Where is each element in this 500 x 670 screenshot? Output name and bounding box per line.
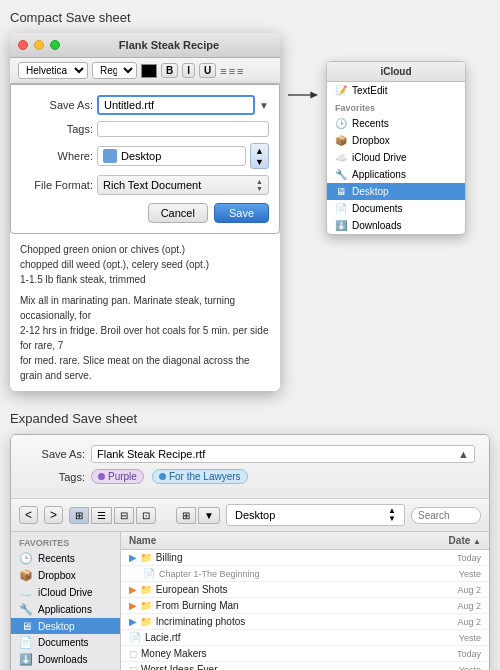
format-container[interactable]: Rich Text Document ▲ ▼ [97, 175, 269, 195]
col-date-header: Date ▲ [421, 535, 481, 546]
exp-saveas-row: Save As: Flank Steak Recipe.rtf ▲ [25, 445, 475, 463]
downloads-icon: ⬇️ [335, 220, 347, 231]
where-value: Desktop [121, 150, 240, 162]
list-view-button[interactable]: ☰ [91, 507, 112, 524]
icloud-applications[interactable]: 🔧 Applications [327, 166, 465, 183]
sidebar-panel: Favorites 🕒 Recents 📦 Dropbox ☁️ iCloud … [11, 532, 121, 670]
doc-line-1: Chopped green onion or chives (opt.) [20, 242, 270, 257]
billing-folder-icon: ▶ 📁 [129, 552, 152, 563]
cancel-button[interactable]: Cancel [148, 203, 208, 223]
icloud-downloads[interactable]: ⬇️ Downloads [327, 217, 465, 234]
billing-date: Today [421, 553, 481, 563]
column-view-button[interactable]: ⊟ [114, 507, 134, 524]
sidebar-item-downloads[interactable]: ⬇️ Downloads [11, 651, 120, 668]
european-name: European Shots [156, 584, 421, 595]
align-right-icon[interactable]: ≡ [237, 65, 243, 77]
back-button[interactable]: < [19, 506, 38, 524]
money-makers-date: Today [421, 649, 481, 659]
file-row-burning-man[interactable]: ▶ 📁 From Burning Man Aug 2 [121, 598, 489, 614]
icloud-popup: iCloud 📝 TextEdit Favorites 🕒 Recents 📦 … [326, 61, 466, 235]
file-row-money-makers[interactable]: ◻ Money Makers Today [121, 646, 489, 662]
lacie-date: Yeste [421, 633, 481, 643]
icon-view-button[interactable]: ⊞ [69, 507, 89, 524]
blue-dot [159, 473, 166, 480]
font-select[interactable]: Helvetica [18, 62, 88, 79]
icloud-dropbox[interactable]: 📦 Dropbox [327, 132, 465, 149]
file-row-european[interactable]: ▶ 📁 European Shots Aug 2 [121, 582, 489, 598]
downloads-label: Downloads [352, 220, 401, 231]
tag-purple[interactable]: Purple [91, 469, 144, 484]
icloud-recents[interactable]: 🕒 Recents [327, 115, 465, 132]
file-row-billing[interactable]: ▶ 📁 Billing Today [121, 550, 489, 566]
dropbox-label: Dropbox [38, 570, 76, 581]
exp-saveas-label: Save As: [25, 448, 85, 460]
tags-input[interactable] [97, 121, 269, 137]
exp-collapse-button[interactable]: ▲ [458, 448, 469, 460]
exp-tags-row: Tags: Purple For the Lawyers [25, 469, 475, 484]
exp-where-container[interactable]: Desktop ▲ ▼ [226, 504, 405, 526]
tags-label: Tags: [21, 123, 93, 135]
desktop-label: Desktop [352, 186, 389, 197]
where-label: Where: [21, 150, 93, 162]
sidebar-item-icloud[interactable]: ☁️ iCloud Drive [11, 584, 120, 601]
compact-section: Compact Save sheet Flank Steak Recipe He… [10, 10, 490, 391]
sidebar-favorites-label: Favorites [11, 532, 120, 550]
italic-button[interactable]: I [182, 63, 195, 78]
window-titlebar: Flank Steak Recipe [10, 33, 280, 58]
sort-button[interactable]: ⊞ [176, 507, 196, 524]
forward-button[interactable]: > [44, 506, 63, 524]
view-buttons: ⊞ ☰ ⊟ ⊡ [69, 507, 156, 524]
save-button[interactable]: Save [214, 203, 269, 223]
bold-button[interactable]: B [161, 63, 178, 78]
sidebar-item-documents[interactable]: 📄 Documents [11, 634, 120, 651]
save-as-input[interactable] [97, 95, 255, 115]
expanded-dialog: Save As: Flank Steak Recipe.rtf ▲ Tags: … [10, 434, 490, 670]
file-row-chapter1[interactable]: 📄 Chapter 1-The Beginning Yeste [121, 566, 489, 582]
desktop-icon: 🖥 [19, 620, 33, 632]
expanded-top: Save As: Flank Steak Recipe.rtf ▲ Tags: … [11, 435, 489, 499]
tag-purple-label: Purple [108, 471, 137, 482]
close-button[interactable] [18, 40, 28, 50]
doc-line-4: Mix all in marinating pan. Marinate stea… [20, 293, 270, 323]
exp-tags-label: Tags: [25, 471, 85, 483]
tag-blue[interactable]: For the Lawyers [152, 469, 248, 484]
worst-ideas-name: Worst Ideas Ever [141, 664, 421, 670]
file-row-lacie[interactable]: 📄 Lacie.rtf Yeste [121, 630, 489, 646]
tags-container: Purple For the Lawyers [91, 469, 252, 484]
sort-arrow-icon: ▲ [473, 537, 481, 546]
icloud-desktop[interactable]: 🖥 Desktop [327, 183, 465, 200]
file-row-incriminating[interactable]: ▶ 📁 Incriminating photos Aug 2 [121, 614, 489, 630]
exp-filename: Flank Steak Recipe.rtf [97, 448, 205, 460]
icloud-icon: ☁️ [19, 586, 33, 599]
worst-ideas-date: Yeste [421, 665, 481, 671]
align-left-icon[interactable]: ≡ [220, 65, 226, 77]
search-input[interactable] [411, 507, 481, 524]
size-select[interactable]: Regular [92, 62, 137, 79]
lacie-name: Lacie.rtf [145, 632, 421, 643]
file-row-worst-ideas[interactable]: ◻ Worst Ideas Ever Yeste [121, 662, 489, 670]
where-container: Desktop [97, 146, 246, 166]
sort-buttons: ⊞ ▼ [176, 507, 220, 524]
icloud-drive[interactable]: ☁️ iCloud Drive [327, 149, 465, 166]
sort-dropdown-button[interactable]: ▼ [198, 507, 220, 524]
cover-view-button[interactable]: ⊡ [136, 507, 156, 524]
documents-label: Documents [38, 637, 89, 648]
icloud-header: iCloud [327, 62, 465, 82]
color-swatch[interactable] [141, 64, 157, 78]
expanded-section-label: Expanded Save sheet [10, 411, 490, 426]
icloud-documents[interactable]: 📄 Documents [327, 200, 465, 217]
save-as-dropdown-icon[interactable]: ▼ [259, 100, 269, 111]
applications-label: Applications [38, 604, 92, 615]
sidebar-item-applications[interactable]: 🔧 Applications [11, 601, 120, 618]
icloud-textedit-item[interactable]: 📝 TextEdit [327, 82, 465, 99]
maximize-button[interactable] [50, 40, 60, 50]
sidebar-item-recents[interactable]: 🕒 Recents [11, 550, 120, 567]
sidebar-item-dropbox[interactable]: 📦 Dropbox [11, 567, 120, 584]
underline-button[interactable]: U [199, 63, 216, 78]
where-folder-icon [103, 149, 117, 163]
align-center-icon[interactable]: ≡ [229, 65, 235, 77]
sidebar-item-desktop[interactable]: 🖥 Desktop [11, 618, 120, 634]
compact-document-window: Flank Steak Recipe Helvetica Regular B I… [10, 33, 280, 391]
minimize-button[interactable] [34, 40, 44, 50]
where-dropdown-button[interactable]: ▲▼ [250, 143, 269, 169]
